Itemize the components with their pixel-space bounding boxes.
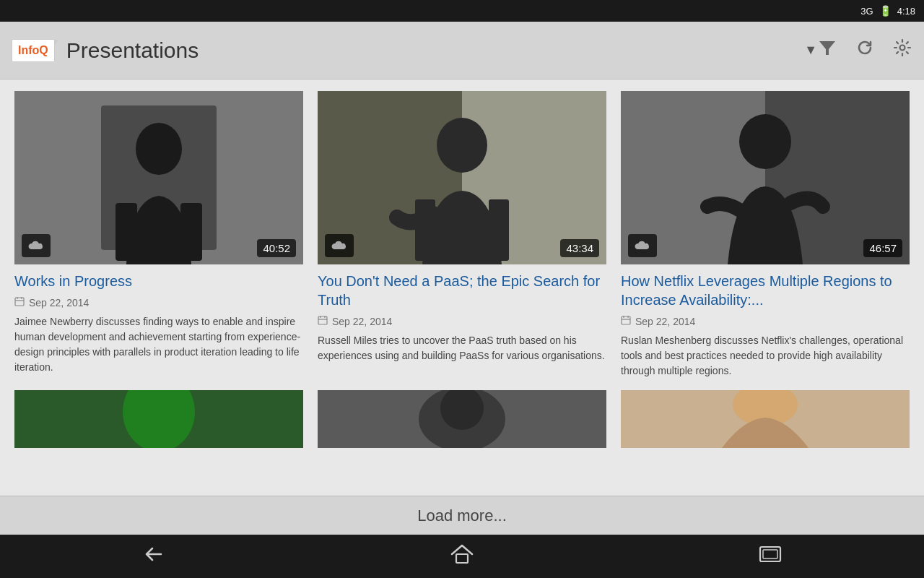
card-title-3[interactable]: How Netflix Leverages Multiple Regions t… <box>621 272 910 309</box>
signal-indicator: 3G <box>860 6 873 17</box>
svg-point-28 <box>123 390 195 448</box>
card-2[interactable]: 43:34 You Don't Need a PaaS; the Epic Se… <box>310 91 614 390</box>
top-bar-actions <box>817 38 912 63</box>
load-more-bar[interactable]: Load more... <box>0 496 924 535</box>
calendar-icon-1 <box>14 296 25 309</box>
duration-badge-3: 46:57 <box>863 239 902 257</box>
card-date-text-2: Sep 22, 2014 <box>332 316 392 327</box>
main-content: 40:52 Works in Progress Sep 22, 2014 Jai… <box>0 79 924 496</box>
card-desc-3: Ruslan Meshenberg discusses Netflix's ch… <box>621 333 910 379</box>
card-3[interactable]: 46:57 How Netflix Leverages Multiple Reg… <box>614 91 917 390</box>
card-4[interactable] <box>7 390 310 467</box>
home-button[interactable] <box>449 543 475 571</box>
load-more-text[interactable]: Load more... <box>417 506 507 525</box>
recents-button[interactable] <box>757 544 783 569</box>
page-title: Presentations <box>66 38 798 63</box>
card-title-1[interactable]: Works in Progress <box>14 272 303 290</box>
thumbnail-2: 43:34 <box>318 91 606 264</box>
card-5[interactable] <box>310 390 614 467</box>
thumbnail-4 <box>14 390 303 448</box>
status-bar: 3G 🔋 4:18 <box>0 0 924 22</box>
svg-rect-7 <box>15 298 24 306</box>
svg-point-1 <box>900 46 905 51</box>
back-button[interactable] <box>141 544 167 569</box>
svg-rect-5 <box>116 203 137 261</box>
duration-badge-2: 43:34 <box>560 239 599 257</box>
svg-rect-15 <box>489 199 509 261</box>
refresh-icon[interactable] <box>855 38 875 63</box>
card-date-3: Sep 22, 2014 <box>621 315 910 327</box>
clock: 4:18 <box>897 6 915 17</box>
card-date-2: Sep 22, 2014 <box>318 315 606 327</box>
cloud-badge-1 <box>22 234 51 257</box>
svg-rect-16 <box>318 316 327 324</box>
thumbnail-3: 46:57 <box>621 91 910 264</box>
card-title-2[interactable]: You Don't Need a PaaS; the Epic Search f… <box>318 272 606 309</box>
card-desc-1: Jaimee Newberry discusses finding ways t… <box>14 314 303 375</box>
thumbnail-6 <box>621 390 910 448</box>
cloud-badge-3 <box>628 234 657 257</box>
svg-marker-0 <box>819 41 835 55</box>
partial-row <box>0 390 924 467</box>
calendar-icon-3 <box>621 315 631 327</box>
svg-rect-23 <box>622 316 630 324</box>
card-date-1: Sep 22, 2014 <box>14 296 303 309</box>
svg-point-13 <box>437 118 487 173</box>
svg-point-22 <box>739 114 791 169</box>
bottom-nav <box>0 535 924 578</box>
card-6[interactable] <box>614 390 917 467</box>
cloud-badge-2 <box>325 234 354 257</box>
svg-rect-38 <box>763 550 777 558</box>
card-desc-2: Russell Miles tries to uncover the PaaS … <box>318 333 606 363</box>
svg-rect-36 <box>456 554 468 563</box>
calendar-icon-2 <box>318 315 328 327</box>
settings-icon[interactable] <box>892 38 912 63</box>
svg-point-4 <box>136 123 182 175</box>
card-date-text-1: Sep 22, 2014 <box>29 297 89 309</box>
duration-badge-1: 40:52 <box>257 239 296 257</box>
thumbnail-1: 40:52 <box>14 91 303 264</box>
battery-icon: 🔋 <box>879 5 892 17</box>
thumbnail-5 <box>318 390 606 448</box>
card-1[interactable]: 40:52 Works in Progress Sep 22, 2014 Jai… <box>7 91 310 390</box>
top-bar: InfoQ Presentations ▼ <box>0 22 924 79</box>
svg-rect-6 <box>180 203 202 261</box>
infoq-logo[interactable]: InfoQ <box>12 39 55 62</box>
card-grid: 40:52 Works in Progress Sep 22, 2014 Jai… <box>0 79 924 390</box>
card-date-text-3: Sep 22, 2014 <box>635 316 695 327</box>
filter-icon[interactable] <box>817 38 837 63</box>
dropdown-arrow-icon[interactable]: ▼ <box>804 43 817 58</box>
